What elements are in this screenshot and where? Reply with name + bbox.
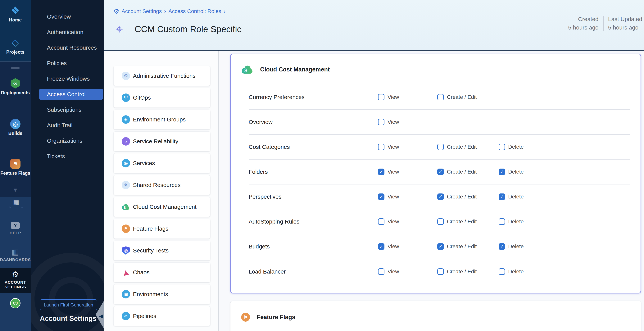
nav-item-authentication[interactable]: Authentication (31, 27, 104, 38)
sidebar-footer-title: Account Settings (40, 314, 96, 322)
created-value: 5 hours ago (568, 23, 598, 32)
nav-item-organizations[interactable]: Organizations (31, 135, 104, 146)
checkbox[interactable] (437, 144, 444, 150)
breadcrumb-account-settings[interactable]: Account Settings (122, 8, 162, 14)
settings-nav-list: Overview Authentication Account Resource… (31, 11, 104, 166)
nav-item-account-resources[interactable]: Account Resources (31, 42, 104, 53)
launch-first-generation-button[interactable]: Launch First Generation (40, 300, 97, 310)
resource-category-list: ⚙ Administrative Functions Ψ GitOps ◈ En… (104, 50, 219, 331)
gear-icon: ⚙ (122, 72, 130, 80)
role-meta: Created 5 hours ago Last Updated 5 hours… (568, 15, 642, 32)
resource-item-cloud-cost-management[interactable]: $ Cloud Cost Management (114, 197, 210, 217)
chaos-triangles-icon: ▲ (121, 268, 131, 277)
checkbox[interactable] (498, 243, 505, 250)
checkbox-view[interactable]: View (378, 218, 437, 225)
checkbox-view[interactable]: View (378, 243, 437, 250)
checkbox-delete[interactable]: Delete (498, 243, 630, 250)
nav-item-audit-trail[interactable]: Audit Trail (31, 120, 104, 131)
settings-gear-icon: ⚙ (114, 8, 119, 14)
checkbox[interactable] (437, 243, 444, 250)
sidebar-item-help[interactable]: ? HELP (0, 222, 31, 235)
checkbox[interactable] (437, 218, 444, 225)
checkbox[interactable] (378, 168, 384, 175)
checkbox-create-edit[interactable]: Create / Edit (437, 218, 498, 225)
checkbox[interactable] (498, 168, 505, 175)
checkbox-delete[interactable]: Delete (498, 194, 630, 200)
checkbox[interactable] (437, 168, 444, 175)
checkbox-create-edit[interactable]: Create / Edit (437, 168, 498, 175)
resource-item-feature-flags[interactable]: ⚑ Feature Flags (114, 219, 210, 239)
checkbox[interactable] (437, 94, 444, 100)
nav-item-freeze-windows[interactable]: Freeze Windows (31, 73, 104, 84)
checkbox-view[interactable]: View (378, 268, 437, 275)
sidebar-item-feature-flags[interactable]: ⚑ Feature Flags (0, 158, 31, 176)
deployments-icon: ∞ (10, 78, 20, 88)
nav-item-tickets[interactable]: Tickets (31, 151, 104, 162)
created-meta: Created 5 hours ago (568, 15, 598, 32)
nav-item-access-control[interactable]: Access Control (39, 89, 103, 100)
resource-item-pipelines[interactable]: ∞ Pipelines (114, 306, 210, 326)
sidebar-item-dashboards[interactable]: ▦ DASHBOARDS (0, 248, 31, 262)
sidebar-item-account-settings[interactable]: ⚙ ACCOUNT SETTINGS (0, 270, 31, 289)
resource-item-service-reliability[interactable]: ◔ Service Reliability (114, 132, 210, 151)
checkbox-view[interactable]: View (378, 144, 437, 150)
checkbox-view[interactable]: View (378, 94, 437, 100)
checkbox[interactable] (378, 94, 384, 100)
breadcrumb-access-control-roles[interactable]: Access Control: Roles (168, 8, 221, 14)
checkbox-create-edit[interactable]: Create / Edit (437, 194, 498, 200)
content-area: ⚙ Administrative Functions Ψ GitOps ◈ En… (104, 50, 644, 331)
checkbox-create-edit[interactable]: Create / Edit (437, 243, 498, 250)
checkbox-view[interactable]: View (378, 168, 437, 175)
resource-item-environment-groups[interactable]: ◈ Environment Groups (114, 110, 210, 130)
flag-icon: ⚑ (241, 313, 250, 322)
resource-item-chaos[interactable]: ▲ Chaos (114, 262, 210, 282)
checkbox[interactable] (378, 119, 384, 125)
checkbox[interactable] (437, 268, 444, 275)
nav-item-subscriptions[interactable]: Subscriptions (31, 104, 104, 115)
checkbox-delete[interactable]: Delete (498, 268, 630, 275)
feature-flags-panel: ⚑ Feature Flags (230, 301, 641, 331)
checkbox-delete[interactable]: Delete (498, 168, 630, 175)
permission-rows: Currency Preferences View Create / Edit … (231, 85, 640, 284)
checkbox[interactable] (437, 194, 444, 200)
checkbox[interactable] (498, 268, 505, 275)
checkbox[interactable] (378, 243, 384, 250)
checkbox[interactable] (378, 194, 384, 200)
chevron-down-icon[interactable]: ▼ (0, 187, 31, 193)
sidebar-item-deployments[interactable]: ∞ Deployments (0, 78, 31, 96)
checkbox-view[interactable]: View (378, 119, 437, 125)
checkbox-view[interactable]: View (378, 194, 437, 200)
resource-item-shared-resources[interactable]: ❖ Shared Resources (114, 175, 210, 195)
nav-item-policies[interactable]: Policies (31, 58, 104, 69)
resource-item-security-tests[interactable]: ◎ Security Tests (114, 240, 210, 260)
permission-row: Perspectives View Create / Edit Delete (249, 184, 630, 209)
avatar[interactable]: CJ (10, 298, 20, 308)
nav-item-overview[interactable]: Overview (31, 11, 104, 22)
resource-item-gitops[interactable]: Ψ GitOps (114, 88, 210, 108)
sidebar-item-home[interactable]: ❖ Home (0, 5, 31, 22)
dashboards-grid-icon: ▦ (0, 248, 31, 256)
module-label: ACCOUNT SETTINGS (0, 280, 31, 289)
checkbox-create-edit[interactable]: Create / Edit (437, 144, 498, 150)
checkbox-create-edit[interactable]: Create / Edit (437, 268, 498, 275)
chevron-right-icon: › (224, 8, 226, 15)
module-label: HELP (0, 231, 31, 235)
checkbox[interactable] (498, 194, 505, 200)
collapse-sidebar-icon[interactable]: ◀ (99, 312, 103, 319)
sidebar-item-projects[interactable]: ◇ Projects (0, 37, 31, 55)
resource-item-administrative-functions[interactable]: ⚙ Administrative Functions (114, 66, 210, 86)
module-grid-button[interactable]: ▦ (9, 197, 23, 208)
resource-item-services[interactable]: ◉ Services (114, 153, 210, 173)
last-updated-meta: Last Updated 5 hours ago (608, 15, 642, 32)
checkbox[interactable] (378, 144, 384, 150)
checkbox[interactable] (378, 268, 384, 275)
checkbox[interactable] (498, 144, 505, 150)
checkbox[interactable] (498, 218, 505, 225)
resource-item-environments[interactable]: ▣ Environments (114, 284, 210, 304)
sidebar-item-builds[interactable]: ◎ Builds (0, 119, 31, 136)
checkbox[interactable] (378, 218, 384, 225)
help-chat-icon: ? (11, 222, 20, 229)
checkbox-create-edit[interactable]: Create / Edit (437, 94, 498, 100)
checkbox-delete[interactable]: Delete (498, 218, 630, 225)
checkbox-delete[interactable]: Delete (498, 144, 630, 150)
